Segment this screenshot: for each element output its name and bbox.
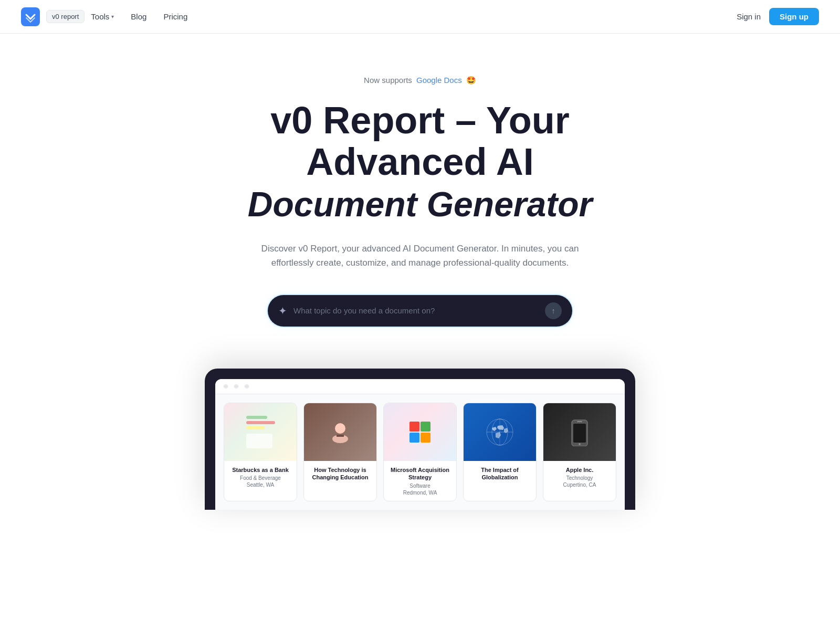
- navbar-left: v0 report Tools ▾ Blog Pricing: [21, 7, 737, 26]
- hero-section: Now supports Google Docs 🤩 v0 Report – Y…: [0, 34, 840, 531]
- hero-title: v0 Report – Your Advanced AI Document Ge…: [184, 100, 656, 225]
- tablet-nav-dot3: [245, 384, 249, 388]
- doc-card-body-starbucks: Starbucks as a Bank Food & Beverage Seat…: [224, 461, 297, 493]
- sparkle-icon: ✦: [278, 304, 287, 317]
- doc-card-microsoft[interactable]: Microsoft Acquisition Strategy Software …: [383, 403, 457, 501]
- doc-card-body-apple: Apple Inc. Technology Cupertino, CA: [543, 461, 616, 493]
- google-docs-link[interactable]: Google Docs: [416, 76, 462, 85]
- svg-point-10: [579, 443, 581, 445]
- hero-title-line1: v0 Report – Your Advanced AI: [270, 99, 570, 183]
- doc-card-title-microsoft: Microsoft Acquisition Strategy: [389, 466, 451, 481]
- tablet-inner-nav: [215, 379, 625, 394]
- doc-card-apple[interactable]: Apple Inc. Technology Cupertino, CA: [543, 403, 616, 501]
- tools-chevron-icon: ▾: [111, 14, 114, 19]
- doc-card-loc-starbucks: Seattle, WA: [229, 482, 291, 488]
- doc-card-globalization[interactable]: The Impact of Globalization: [463, 403, 537, 501]
- tablet-mockup: Starbucks as a Bank Food & Beverage Seat…: [205, 369, 635, 510]
- submit-arrow-icon: ↑: [552, 307, 555, 315]
- doc-card-image-microsoft: [384, 403, 456, 461]
- search-container: ✦ ↑: [268, 295, 572, 327]
- nav-item-pricing[interactable]: Pricing: [163, 12, 187, 21]
- navbar: v0 report Tools ▾ Blog Pricing Sign in S…: [0, 0, 840, 34]
- doc-card-image-globalization: [464, 403, 536, 461]
- tablet-nav-dot1: [224, 384, 228, 388]
- supports-badge: Now supports Google Docs 🤩: [364, 76, 476, 85]
- nav-item-tools[interactable]: Tools ▾: [91, 12, 114, 21]
- supports-emoji: 🤩: [466, 76, 476, 85]
- doc-cards-grid: Starbucks as a Bank Food & Beverage Seat…: [215, 394, 625, 510]
- device-section: Starbucks as a Bank Food & Beverage Seat…: [21, 369, 819, 510]
- search-bar: ✦ ↑: [268, 295, 572, 327]
- search-input[interactable]: [293, 306, 539, 315]
- doc-card-tech-education[interactable]: How Technology is Changing Education: [303, 403, 377, 501]
- doc-card-image-tech-education: [304, 403, 376, 461]
- svg-rect-3: [337, 435, 344, 437]
- doc-card-image-apple: [543, 403, 616, 461]
- tablet-screen: Starbucks as a Bank Food & Beverage Seat…: [215, 379, 625, 510]
- tablet-nav-dot2: [234, 384, 238, 388]
- doc-card-title-tech-education: How Technology is Changing Education: [309, 466, 371, 481]
- logo-icon: [21, 7, 40, 26]
- doc-card-cat-apple: Technology: [549, 475, 611, 481]
- sign-up-button[interactable]: Sign up: [769, 8, 819, 25]
- doc-card-starbucks[interactable]: Starbucks as a Bank Food & Beverage Seat…: [224, 403, 297, 501]
- svg-rect-9: [573, 424, 586, 443]
- navbar-nav: Tools ▾ Blog Pricing: [91, 12, 187, 21]
- doc-card-body-tech-education: How Technology is Changing Education: [304, 461, 376, 488]
- doc-card-cat-microsoft: Software: [389, 483, 451, 489]
- doc-card-cat-starbucks: Food & Beverage: [229, 475, 291, 481]
- doc-card-body-globalization: The Impact of Globalization: [464, 461, 536, 488]
- doc-card-title-apple: Apple Inc.: [549, 466, 611, 474]
- doc-card-title-globalization: The Impact of Globalization: [469, 466, 531, 481]
- sign-in-button[interactable]: Sign in: [737, 12, 761, 21]
- brand-badge[interactable]: v0 report: [46, 10, 85, 23]
- doc-card-title-starbucks: Starbucks as a Bank: [229, 466, 291, 474]
- doc-card-body-microsoft: Microsoft Acquisition Strategy Software …: [384, 461, 456, 501]
- doc-card-loc-apple: Cupertino, CA: [549, 482, 611, 488]
- doc-card-loc-microsoft: Redmond, WA: [389, 490, 451, 496]
- svg-rect-0: [21, 7, 40, 26]
- svg-rect-11: [577, 421, 582, 422]
- navbar-right: Sign in Sign up: [737, 8, 819, 25]
- svg-point-1: [335, 423, 345, 434]
- hero-title-line2: Document Generator: [248, 185, 592, 224]
- doc-card-image-starbucks: [224, 403, 297, 461]
- nav-item-blog[interactable]: Blog: [131, 12, 146, 21]
- hero-subtitle: Discover v0 Report, your advanced AI Doc…: [257, 242, 583, 270]
- search-submit-button[interactable]: ↑: [545, 302, 562, 319]
